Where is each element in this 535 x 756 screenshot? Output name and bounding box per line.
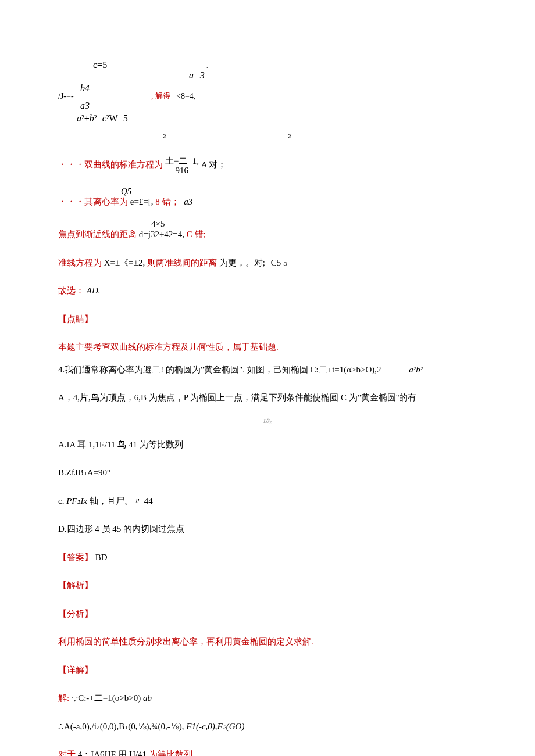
sol1-mid: ·,·C:-+二=1(o>b>0) bbox=[72, 693, 141, 703]
sol2-pre: ∴A(-a,0),/i₂(0,0),B₁(0,⅟₈),¾(0,-⅟₈), bbox=[58, 722, 184, 731]
eq-b4: b4 bbox=[80, 81, 90, 95]
hyperbola-eq-bottom: 916 bbox=[165, 166, 199, 175]
ecc-wrong: 8 错； bbox=[155, 197, 179, 206]
optc-math: PF₁Ix bbox=[66, 496, 87, 506]
superscript-left: 2 bbox=[163, 131, 166, 141]
select-prefix: 故选： bbox=[58, 286, 84, 295]
sol2-mid: F1(-c,0),F₂(GO) bbox=[186, 722, 244, 731]
answer-line: 【答案】 BD bbox=[58, 551, 477, 564]
focus-wrong: C 错; bbox=[187, 230, 206, 239]
dianjing-label: 【点睛】 bbox=[58, 313, 477, 326]
jiexi-label: 【解析】 bbox=[58, 579, 477, 592]
ecc-prefix: ・・・其离心率为 bbox=[58, 197, 128, 206]
hyperbola-eq-top: 土−二=1, bbox=[165, 157, 199, 166]
directrix-prefix: 准线方程为 bbox=[58, 258, 102, 267]
directrix-tail: C5 5 bbox=[271, 258, 288, 267]
sol1-prefix: 解: bbox=[58, 693, 69, 703]
option-c: c. PF₁Ix 轴，且尸。〃 44 bbox=[58, 495, 477, 508]
fenxi-label: 【分析】 bbox=[58, 607, 477, 621]
eq-jiede-label: , 解得 bbox=[151, 90, 170, 102]
directrix-eq: X=±《=±2, bbox=[104, 258, 145, 267]
ecc-mid: e=£=[, bbox=[130, 197, 154, 206]
eq-period: . bbox=[206, 62, 208, 70]
focus-mid: d=j32+42=4, bbox=[139, 230, 184, 239]
eccentricity-line: Q5 ・・・其离心率为 e=£=[, 8 错； a3 bbox=[58, 191, 477, 209]
ecc-top-frac: Q5 bbox=[121, 185, 131, 198]
sol3-post: 为等比数列 bbox=[149, 750, 192, 756]
answer-value: BD bbox=[95, 553, 108, 562]
eq-pythagorean: a²+b²=c²W=5 bbox=[77, 112, 128, 126]
hyperbola-prefix: ・・・双曲线的标准方程为 bbox=[58, 160, 163, 169]
eq-c5: c=5 bbox=[93, 58, 107, 72]
xiangjie-label: 【详解】 bbox=[58, 664, 477, 677]
solution-line2: ∴A(-a,0),/i₂(0,0),B₁(0,⅟₈),¾(0,-⅟₈), F1(… bbox=[58, 720, 477, 733]
option-a: A.IA 耳 1,1E/11 鸟 41 为等比数列 bbox=[58, 438, 477, 452]
optc-post: 轴，且尸。〃 bbox=[90, 496, 142, 506]
select-answer: AD. bbox=[87, 286, 101, 295]
summary-text: 本题主要考查双曲线的标准方程及几何性质，属于基础题. bbox=[58, 341, 477, 354]
q4-tail: a²b² bbox=[409, 365, 423, 374]
superscript-right: 2 bbox=[288, 131, 291, 141]
directrix-correct: 为更，。对; bbox=[219, 258, 265, 267]
option-d: D.四边形 4 员 45 的内切圆过焦点 bbox=[58, 522, 477, 536]
focus-distance-line: 4×5 焦点到渐近线的距离 d=j32+42=4, C 错; bbox=[58, 223, 477, 241]
equation-system-block: c=5 a=3 . b4 /J-=- , 解得 <8=4, a3 a²+b²=c… bbox=[58, 58, 477, 128]
directrix-mid: 则两准线间的距离 bbox=[147, 258, 217, 267]
q4-prefix: 4.我们通常称离心率为避二! 的椭圆为"黄金椭圆". 如图，己知椭圆 bbox=[58, 365, 308, 374]
select-line: 故选： AD. bbox=[58, 284, 477, 298]
figure-placeholder: I𝐵₂ bbox=[58, 414, 477, 424]
sol3-pre: 对于 bbox=[58, 750, 76, 756]
hyperbola-eq-line: ・・・双曲线的标准方程为 土−二=1, 916 A 对； bbox=[58, 157, 477, 175]
eq-a3: a3 bbox=[80, 99, 90, 113]
question-4-line1: 4.我们通常称离心率为避二! 的椭圆为"黄金椭圆". 如图，己知椭圆 C:二+t… bbox=[58, 363, 477, 377]
optc-tail: 44 bbox=[144, 496, 153, 506]
sol1-tail: ab bbox=[143, 693, 152, 703]
eq-a3-italic: a=3 bbox=[189, 69, 205, 83]
sol3-mid: 4：IA6IJE 用 IJ/41 bbox=[78, 750, 147, 756]
question-4-line2: A，4,片,鸟为顶点，6,B 为焦点，P 为椭圆上一点，满足下列条件能使椭圆 C… bbox=[58, 391, 477, 404]
directrix-line: 准线方程为 X=±《=±2, 则两准线间的距离 为更，。对; C5 5 bbox=[58, 256, 477, 270]
solution-line3: 对于 4：IA6IJE 用 IJ/41 为等比数列 bbox=[58, 748, 477, 756]
focus-top-frac: 4×5 bbox=[151, 217, 165, 231]
focus-prefix: 焦点到渐近线的距离 bbox=[58, 230, 137, 239]
option-b: B.ZfJB₁A=90° bbox=[58, 466, 477, 479]
answer-label: 【答案】 bbox=[58, 553, 93, 562]
figure-label: I𝐵₂ bbox=[263, 417, 272, 424]
hyperbola-correct: A 对； bbox=[201, 160, 227, 169]
superscript-row: 2 2 bbox=[58, 139, 477, 148]
ecc-tail: a3 bbox=[184, 197, 192, 206]
optc-label: c. bbox=[58, 496, 64, 506]
solution-line1: 解: ·,·C:-+二=1(o>b>0) ab bbox=[58, 691, 477, 705]
eq-jprefix: /J-=- bbox=[58, 90, 74, 102]
q4-eq: C:二+t=1(α>b>O),2 bbox=[311, 365, 381, 374]
analysis-text: 利用椭圆的简单性质分别求出离心率，再利用黄金椭圆的定义求解. bbox=[58, 635, 477, 648]
eq-lt84: <8=4, bbox=[176, 90, 195, 102]
